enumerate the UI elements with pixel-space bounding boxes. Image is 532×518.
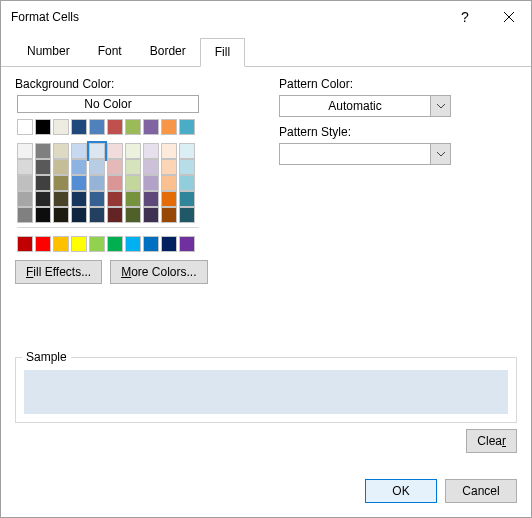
color-swatch[interactable]	[125, 143, 141, 159]
pattern-color-value: Automatic	[280, 96, 430, 116]
color-swatch[interactable]	[53, 207, 69, 223]
color-swatch[interactable]	[89, 175, 105, 191]
tab-strip: Number Font Border Fill	[1, 37, 531, 67]
color-swatch[interactable]	[107, 143, 123, 159]
cancel-button[interactable]: Cancel	[445, 479, 517, 503]
color-swatch[interactable]	[107, 175, 123, 191]
color-swatch[interactable]	[179, 236, 195, 252]
color-swatch[interactable]	[107, 191, 123, 207]
standard-colors-row	[17, 236, 231, 252]
pattern-style-combo[interactable]	[279, 143, 451, 165]
color-swatch[interactable]	[125, 159, 141, 175]
color-swatch[interactable]	[17, 159, 33, 175]
color-swatch[interactable]	[35, 119, 51, 135]
color-swatch[interactable]	[143, 159, 159, 175]
color-swatch[interactable]	[143, 207, 159, 223]
color-swatch[interactable]	[17, 207, 33, 223]
color-swatch[interactable]	[71, 119, 87, 135]
color-swatch[interactable]	[89, 236, 105, 252]
color-swatch[interactable]	[179, 159, 195, 175]
tab-border[interactable]: Border	[136, 38, 200, 67]
theme-colors-row	[17, 119, 231, 135]
color-swatch[interactable]	[179, 119, 195, 135]
color-swatch[interactable]	[161, 119, 177, 135]
color-swatch[interactable]	[35, 191, 51, 207]
color-swatch[interactable]	[89, 159, 105, 175]
fill-effects-button[interactable]: Fill Effects...	[15, 260, 102, 284]
color-divider	[17, 227, 199, 228]
close-icon	[503, 11, 515, 23]
color-swatch[interactable]	[17, 143, 33, 159]
color-swatch[interactable]	[89, 191, 105, 207]
color-swatch[interactable]	[35, 143, 51, 159]
more-colors-button[interactable]: More Colors...	[110, 260, 207, 284]
clear-button[interactable]: Clear	[466, 429, 517, 453]
color-swatch[interactable]	[125, 175, 141, 191]
sample-preview	[24, 370, 508, 414]
color-swatch[interactable]	[161, 207, 177, 223]
color-swatch[interactable]	[107, 119, 123, 135]
color-swatch[interactable]	[71, 175, 87, 191]
color-swatch[interactable]	[161, 191, 177, 207]
color-swatch[interactable]	[125, 119, 141, 135]
color-swatch[interactable]	[161, 236, 177, 252]
color-swatch[interactable]	[179, 207, 195, 223]
color-swatch[interactable]	[17, 175, 33, 191]
close-button[interactable]	[487, 2, 531, 32]
color-swatch[interactable]	[143, 236, 159, 252]
color-swatch[interactable]	[71, 191, 87, 207]
color-swatch[interactable]	[89, 143, 105, 159]
help-button[interactable]: ?	[443, 2, 487, 32]
color-swatch[interactable]	[53, 159, 69, 175]
pattern-color-combo[interactable]: Automatic	[279, 95, 451, 117]
tab-fill[interactable]: Fill	[200, 38, 245, 67]
color-swatch[interactable]	[179, 191, 195, 207]
color-swatch[interactable]	[17, 191, 33, 207]
sample-label: Sample	[22, 350, 71, 364]
titlebar: Format Cells ?	[1, 1, 531, 33]
color-swatch[interactable]	[53, 191, 69, 207]
color-swatch[interactable]	[125, 236, 141, 252]
color-swatch[interactable]	[143, 175, 159, 191]
color-swatch[interactable]	[107, 207, 123, 223]
no-color-button[interactable]: No Color	[17, 95, 199, 113]
sample-group: Sample	[15, 357, 517, 423]
color-swatch[interactable]	[71, 143, 87, 159]
color-swatch[interactable]	[179, 175, 195, 191]
color-swatch[interactable]	[35, 236, 51, 252]
color-swatch[interactable]	[161, 175, 177, 191]
dialog-footer: OK Cancel	[1, 469, 531, 517]
color-swatch[interactable]	[125, 207, 141, 223]
color-swatch[interactable]	[53, 175, 69, 191]
color-swatch[interactable]	[35, 207, 51, 223]
tab-font[interactable]: Font	[84, 38, 136, 67]
color-swatch[interactable]	[89, 207, 105, 223]
color-swatch[interactable]	[17, 119, 33, 135]
color-swatch[interactable]	[143, 143, 159, 159]
tab-number[interactable]: Number	[13, 38, 84, 67]
color-swatch[interactable]	[161, 143, 177, 159]
pattern-style-value	[280, 144, 430, 164]
pattern-color-label: Pattern Color:	[279, 77, 517, 91]
color-swatch[interactable]	[35, 175, 51, 191]
color-swatch[interactable]	[143, 119, 159, 135]
ok-button[interactable]: OK	[365, 479, 437, 503]
color-swatch[interactable]	[53, 143, 69, 159]
color-swatch[interactable]	[53, 119, 69, 135]
color-swatch[interactable]	[71, 236, 87, 252]
color-swatch[interactable]	[179, 143, 195, 159]
color-swatch[interactable]	[71, 207, 87, 223]
background-color-label: Background Color:	[15, 77, 231, 91]
color-swatch[interactable]	[161, 159, 177, 175]
chevron-down-icon	[430, 96, 450, 116]
color-swatch[interactable]	[71, 159, 87, 175]
color-swatch[interactable]	[125, 191, 141, 207]
color-swatch[interactable]	[143, 191, 159, 207]
color-swatch[interactable]	[35, 159, 51, 175]
dialog-title: Format Cells	[11, 10, 443, 24]
color-swatch[interactable]	[53, 236, 69, 252]
color-swatch[interactable]	[89, 119, 105, 135]
color-swatch[interactable]	[17, 236, 33, 252]
color-swatch[interactable]	[107, 159, 123, 175]
color-swatch[interactable]	[107, 236, 123, 252]
